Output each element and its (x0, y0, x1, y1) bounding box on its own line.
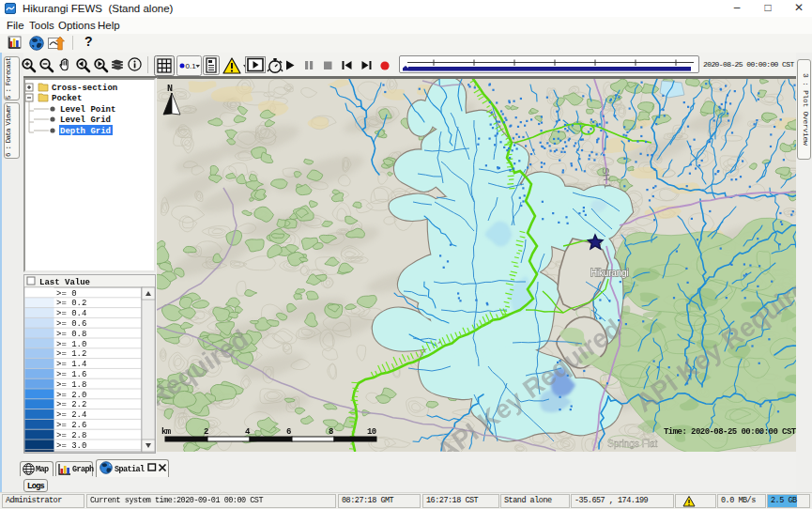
svg-text:Last Value: Last Value (39, 278, 90, 287)
svg-text:km: km (161, 427, 172, 437)
svg-text:>= 0.4: >= 0.4 (56, 309, 86, 318)
svg-text:10: 10 (367, 427, 376, 437)
svg-text:>= 3.0: >= 3.0 (56, 441, 86, 451)
svg-text:8: 8 (329, 427, 333, 437)
svg-text:>= 1.4: >= 1.4 (56, 360, 86, 369)
svg-text:>= 0.8: >= 0.8 (56, 330, 86, 339)
svg-text:>= 1.8: >= 1.8 (56, 380, 86, 390)
svg-text:>= 0: >= 0 (56, 289, 77, 299)
svg-text:2: 2 (204, 427, 208, 437)
svg-text:Cross-section: Cross-section (52, 84, 117, 93)
svg-text:>= 2.0: >= 2.0 (56, 391, 86, 400)
svg-text:N: N (167, 84, 173, 94)
svg-text:>= 2.2: >= 2.2 (56, 400, 86, 409)
svg-text:0.1: 0.1 (186, 62, 197, 70)
svg-text:6: 6 (286, 427, 291, 437)
svg-text:>= 2.8: >= 2.8 (56, 431, 86, 440)
svg-text:>= 2.6: >= 2.6 (56, 421, 86, 430)
svg-text:>= 1.6: >= 1.6 (56, 370, 86, 379)
svg-text:Level Point: Level Point (60, 105, 115, 115)
svg-text:Depth Grid: Depth Grid (60, 127, 111, 136)
svg-text:Pocket: Pocket (52, 94, 82, 103)
svg-text:Springs Flat: Springs Flat (607, 439, 658, 449)
svg-text:>= 0.2: >= 0.2 (56, 299, 86, 308)
svg-text:Hikurangi: Hikurangi (590, 268, 628, 278)
svg-text:>= 0.6: >= 0.6 (56, 319, 86, 329)
svg-text:Time: 2020-08-25 00:00:00 CST: Time: 2020-08-25 00:00:00 CST (664, 427, 796, 437)
svg-text:Level Grid: Level Grid (60, 116, 111, 125)
svg-text:>= 1.2: >= 1.2 (56, 349, 86, 359)
svg-text:>= 1.0: >= 1.0 (56, 340, 86, 349)
svg-text:>= 2.4: >= 2.4 (56, 410, 86, 420)
